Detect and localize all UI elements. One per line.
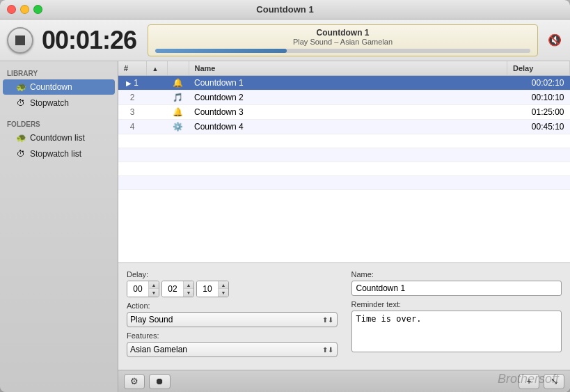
countdown-icon: 🐢 bbox=[15, 81, 26, 93]
hours-up-button[interactable]: ▲ bbox=[149, 281, 159, 289]
row-sort-3 bbox=[146, 105, 167, 120]
row-sort-4 bbox=[146, 120, 167, 134]
action-select-wrapper: Play Sound Display Message Run Script ⬆⬇ bbox=[127, 312, 338, 327]
time-field-ss: ▲ ▼ bbox=[196, 281, 229, 297]
details-area: Delay: ▲ ▼ bbox=[118, 262, 570, 370]
timer-display: 00:01:26 bbox=[42, 26, 139, 55]
action-select[interactable]: Play Sound Display Message Run Script bbox=[127, 312, 338, 327]
table-row[interactable]: 4 ⚙️ Countdown 4 00:45:10 bbox=[118, 120, 570, 134]
seconds-down-button[interactable]: ▼ bbox=[219, 289, 228, 297]
seconds-up-button[interactable]: ▲ bbox=[219, 281, 228, 289]
table-row[interactable]: 2 🎵 Countdown 2 00:10:10 bbox=[118, 91, 570, 105]
table-header-row: # ▲ Name Delay bbox=[118, 61, 570, 76]
delay-minutes-input[interactable] bbox=[162, 281, 183, 297]
settings-icon: ⚙ bbox=[130, 376, 138, 386]
table-row-empty bbox=[118, 148, 570, 162]
name-label: Name: bbox=[351, 270, 562, 279]
record-icon: ⏺ bbox=[155, 376, 164, 386]
minutes-stepper: ▲ ▼ bbox=[183, 281, 193, 297]
name-input[interactable] bbox=[351, 281, 562, 296]
timer-info-sub: Play Sound – Asian Gamelan bbox=[293, 38, 393, 46]
features-select-wrapper: Asian Gamelan Bell Chime Digital ⬆⬇ bbox=[127, 342, 338, 357]
app-body: LIBRARY 🐢 Countdown ⏱ Stopwatch FOLDERS … bbox=[0, 61, 570, 392]
row-name-4: Countdown 4 bbox=[189, 120, 507, 134]
sidebar-item-countdown-list[interactable]: 🐢 Countdown list bbox=[3, 130, 115, 146]
row-delay-3: 01:25:00 bbox=[507, 105, 570, 120]
row-delay-4: 00:45:10 bbox=[507, 120, 570, 134]
time-field-mm: ▲ ▼ bbox=[161, 281, 194, 297]
mute-button[interactable]: 🔇 bbox=[546, 32, 563, 49]
row-sort-1 bbox=[146, 76, 167, 91]
sidebar-item-countdown[interactable]: 🐢 Countdown bbox=[3, 79, 115, 95]
row-icon-3: 🔔 bbox=[167, 105, 189, 120]
stopwatch-icon: ⏱ bbox=[15, 97, 26, 109]
titlebar: Countdown 1 bbox=[0, 0, 570, 19]
row-num-3: 3 bbox=[118, 105, 146, 120]
minutes-up-button[interactable]: ▲ bbox=[184, 281, 193, 289]
time-field-hh: ▲ ▼ bbox=[127, 281, 159, 297]
seconds-stepper: ▲ ▼ bbox=[218, 281, 228, 297]
table-row-empty bbox=[118, 134, 570, 148]
minimize-button[interactable] bbox=[20, 5, 29, 14]
col-header-name[interactable]: Name bbox=[189, 61, 507, 76]
sidebar-countdown-list-label: Countdown list bbox=[30, 133, 85, 143]
main-panel: # ▲ Name Delay ▶ 1 � bbox=[118, 61, 570, 392]
details-left-col: Delay: ▲ ▼ bbox=[127, 270, 338, 357]
row-icon-2: 🎵 bbox=[167, 91, 189, 105]
play-arrow-icon: ▶ bbox=[126, 79, 132, 87]
table-row[interactable]: 3 🔔 Countdown 3 01:25:00 bbox=[118, 105, 570, 120]
countdown-list-icon: 🐢 bbox=[15, 132, 26, 143]
stopwatch-list-icon: ⏱ bbox=[15, 148, 26, 159]
row-name-2: Countdown 2 bbox=[189, 91, 507, 105]
table-row-empty bbox=[118, 176, 570, 190]
record-button[interactable]: ⏺ bbox=[149, 374, 171, 389]
hours-stepper: ▲ ▼ bbox=[148, 281, 159, 297]
features-label: Features: bbox=[127, 331, 338, 340]
timer-info-box: Countdown 1 Play Sound – Asian Gamelan bbox=[148, 24, 538, 56]
delay-hours-input[interactable] bbox=[127, 281, 148, 297]
sidebar: LIBRARY 🐢 Countdown ⏱ Stopwatch FOLDERS … bbox=[0, 61, 118, 392]
col-header-delay[interactable]: Delay bbox=[507, 61, 570, 76]
settings-button[interactable]: ⚙ bbox=[124, 374, 145, 389]
hours-down-button[interactable]: ▼ bbox=[149, 289, 159, 297]
reminder-label: Reminder text: bbox=[351, 300, 562, 308]
timer-info-title: Countdown 1 bbox=[317, 28, 370, 38]
progress-bar-fill bbox=[155, 49, 287, 53]
row-name-1: Countdown 1 bbox=[189, 76, 507, 91]
minutes-down-button[interactable]: ▼ bbox=[184, 289, 193, 297]
table-area: # ▲ Name Delay ▶ 1 � bbox=[118, 61, 570, 262]
sidebar-item-stopwatch-list[interactable]: ⏱ Stopwatch list bbox=[3, 146, 115, 162]
sidebar-stopwatch-label: Stopwatch bbox=[30, 98, 69, 108]
close-button[interactable] bbox=[7, 5, 16, 14]
row-num-4: 4 bbox=[118, 120, 146, 134]
library-section-label: LIBRARY bbox=[0, 67, 118, 79]
col-header-num[interactable]: # bbox=[118, 61, 146, 76]
row-num-2: 2 bbox=[118, 91, 146, 105]
row-delay-1: 00:02:10 bbox=[507, 76, 570, 91]
traffic-lights bbox=[7, 5, 42, 14]
table-row-empty bbox=[118, 162, 570, 176]
table-row[interactable]: ▶ 1 🔔 Countdown 1 00:02:10 bbox=[118, 76, 570, 91]
features-select[interactable]: Asian Gamelan Bell Chime Digital bbox=[127, 342, 338, 357]
top-bar: 00:01:26 Countdown 1 Play Sound – Asian … bbox=[0, 19, 570, 61]
sidebar-countdown-label: Countdown bbox=[30, 82, 72, 92]
progress-bar-container bbox=[155, 49, 530, 53]
toolbar-left: ⚙ ⏺ bbox=[124, 374, 171, 389]
col-header-sort[interactable]: ▲ bbox=[146, 61, 167, 76]
row-delay-2: 00:10:10 bbox=[507, 91, 570, 105]
folders-section-label: FOLDERS bbox=[0, 118, 118, 130]
row-icon-4: ⚙️ bbox=[167, 120, 189, 134]
col-header-icon bbox=[167, 61, 189, 76]
row-name-3: Countdown 3 bbox=[189, 105, 507, 120]
sidebar-item-stopwatch[interactable]: ⏱ Stopwatch bbox=[3, 95, 115, 111]
delay-seconds-input[interactable] bbox=[197, 281, 218, 297]
details-right-col: Name: Reminder text: Time is over. bbox=[351, 270, 562, 357]
sidebar-stopwatch-list-label: Stopwatch list bbox=[30, 149, 81, 159]
stop-button[interactable] bbox=[7, 27, 33, 54]
watermark: Brothersoft bbox=[498, 372, 559, 386]
maximize-button[interactable] bbox=[33, 5, 42, 14]
time-inputs: ▲ ▼ ▲ ▼ bbox=[127, 281, 338, 297]
row-sort-2 bbox=[146, 91, 167, 105]
reminder-textarea[interactable]: Time is over. bbox=[351, 311, 562, 352]
details-row-1: Delay: ▲ ▼ bbox=[127, 270, 562, 357]
